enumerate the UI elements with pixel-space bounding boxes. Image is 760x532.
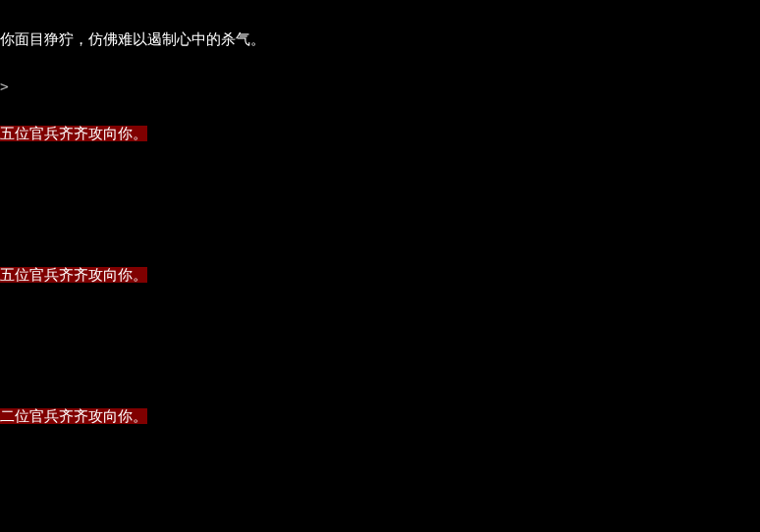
terminal-output[interactable]: 你面目狰狞，仿佛难以遏制心中的杀气。 > 五位官兵齐齐攻向你。 五位官兵齐齐攻向…: [0, 0, 760, 532]
narration-line: 你面目狰狞，仿佛难以遏制心中的杀气。: [0, 31, 265, 47]
prompt: >: [0, 79, 9, 94]
enemy-attack-2: 二位官兵齐齐攻向你。: [0, 408, 147, 424]
enemy-attack-5: 五位官兵齐齐攻向你。: [0, 126, 147, 141]
enemy-attack-5: 五位官兵齐齐攻向你。: [0, 267, 147, 283]
